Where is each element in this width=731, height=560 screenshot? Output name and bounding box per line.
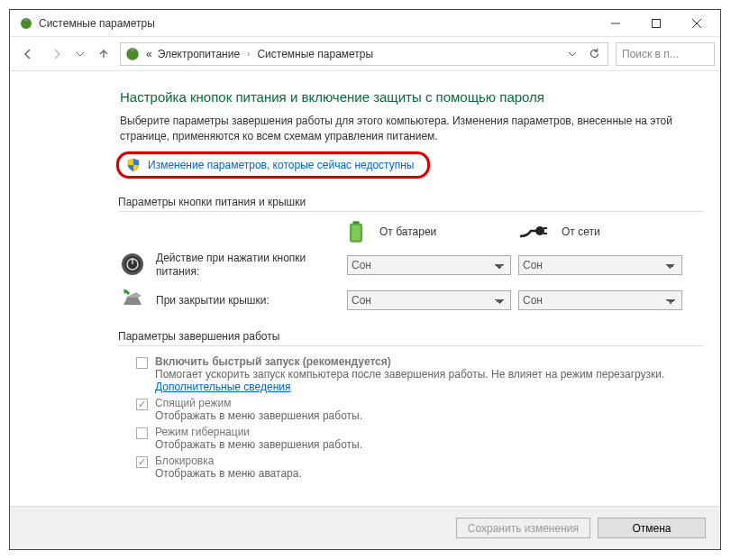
search-input[interactable]: Поиск в п... bbox=[616, 42, 715, 66]
chevron-right-icon: › bbox=[245, 49, 251, 59]
section-power-buttons: Параметры кнопки питания и крышки bbox=[118, 193, 704, 212]
up-button[interactable] bbox=[91, 41, 116, 67]
change-unavailable-link[interactable]: Изменение параметров, которые сейчас нед… bbox=[148, 159, 415, 171]
titlebar: Системные параметры bbox=[10, 10, 720, 37]
page-intro: Выберите параметры завершения работы для… bbox=[120, 114, 704, 144]
shield-icon bbox=[126, 158, 141, 172]
address-bar[interactable]: « Электропитание › Системные параметры bbox=[120, 42, 608, 66]
checkbox[interactable] bbox=[136, 357, 148, 369]
shutdown-option: Включить быстрый запуск (рекомендуется)П… bbox=[136, 355, 704, 393]
close-button[interactable] bbox=[676, 10, 717, 36]
section-shutdown: Параметры завершения работы bbox=[118, 327, 704, 346]
svg-rect-7 bbox=[131, 48, 135, 50]
col-battery: От батареи bbox=[347, 219, 518, 244]
navbar: « Электропитание › Системные параметры П… bbox=[10, 37, 720, 71]
minimize-button[interactable] bbox=[595, 10, 635, 36]
breadcrumb-lvl1[interactable]: Электропитание bbox=[158, 48, 240, 60]
recent-dropdown[interactable] bbox=[73, 41, 87, 67]
checkbox[interactable] bbox=[136, 427, 148, 439]
option-title: Режим гибернации bbox=[155, 426, 362, 438]
svg-rect-1 bbox=[24, 18, 28, 21]
option-title: Блокировка bbox=[155, 454, 302, 467]
window-title: Системные параметры bbox=[39, 17, 595, 30]
lid-icon bbox=[120, 287, 156, 315]
refresh-button[interactable] bbox=[584, 44, 604, 64]
power-button-icon bbox=[120, 252, 156, 280]
breadcrumb-prefix: « bbox=[146, 48, 152, 60]
search-placeholder: Поиск в п... bbox=[622, 48, 679, 60]
option-desc: Помогает ускорить запуск компьютера посл… bbox=[155, 368, 704, 393]
option-desc: Отображать в меню завершения работы. bbox=[155, 409, 362, 422]
cancel-button[interactable]: Отмена bbox=[598, 518, 706, 538]
option-desc: Отображать в меню аватара. bbox=[155, 467, 302, 480]
plug-icon bbox=[518, 224, 547, 240]
back-button[interactable] bbox=[15, 41, 41, 67]
more-info-link[interactable]: Дополнительные сведения bbox=[155, 381, 290, 393]
uac-callout[interactable]: Изменение параметров, которые сейчас нед… bbox=[116, 151, 430, 179]
address-dropdown[interactable] bbox=[562, 44, 582, 64]
shutdown-option: БлокировкаОтображать в меню аватара. bbox=[136, 454, 704, 480]
row-lid-label: При закрытии крышки: bbox=[156, 294, 347, 308]
power-button-ac-select[interactable]: Сон bbox=[518, 255, 682, 275]
app-icon bbox=[19, 16, 33, 31]
option-title: Включить быстрый запуск (рекомендуется) bbox=[155, 355, 704, 368]
option-title: Спящий режим bbox=[155, 397, 362, 409]
lid-ac-select[interactable]: Сон bbox=[518, 290, 682, 310]
forward-button[interactable] bbox=[44, 41, 69, 67]
location-icon bbox=[124, 46, 141, 62]
shutdown-options: Включить быстрый запуск (рекомендуется)П… bbox=[120, 355, 704, 480]
col-ac: От сети bbox=[518, 224, 690, 240]
option-desc: Отображать в меню завершения работы. bbox=[155, 438, 362, 451]
checkbox[interactable] bbox=[136, 399, 148, 410]
window-frame: Системные параметры « Электропитание › С… bbox=[9, 9, 721, 550]
maximize-button[interactable] bbox=[635, 10, 676, 36]
save-button[interactable]: Сохранить изменения bbox=[456, 518, 590, 538]
breadcrumb-lvl2[interactable]: Системные параметры bbox=[257, 48, 373, 60]
footer: Сохранить изменения Отмена bbox=[10, 506, 720, 549]
lid-battery-select[interactable]: Сон bbox=[347, 290, 511, 310]
row-power-button-label: Действие при нажатии кнопки питания: bbox=[156, 252, 347, 279]
battery-icon bbox=[347, 219, 365, 244]
power-table: От батареи От сети Действие при нажатии … bbox=[120, 219, 704, 315]
svg-point-11 bbox=[535, 226, 544, 235]
svg-rect-3 bbox=[652, 19, 660, 27]
shutdown-option: Режим гибернацииОтображать в меню заверш… bbox=[136, 426, 704, 451]
content-pane: Настройка кнопок питания и включение защ… bbox=[10, 71, 720, 506]
power-button-battery-select[interactable]: Сон bbox=[347, 255, 511, 275]
svg-rect-10 bbox=[352, 225, 360, 240]
page-heading: Настройка кнопок питания и включение защ… bbox=[120, 89, 704, 105]
shutdown-option: Спящий режимОтображать в меню завершения… bbox=[136, 397, 704, 422]
checkbox[interactable] bbox=[136, 456, 148, 468]
